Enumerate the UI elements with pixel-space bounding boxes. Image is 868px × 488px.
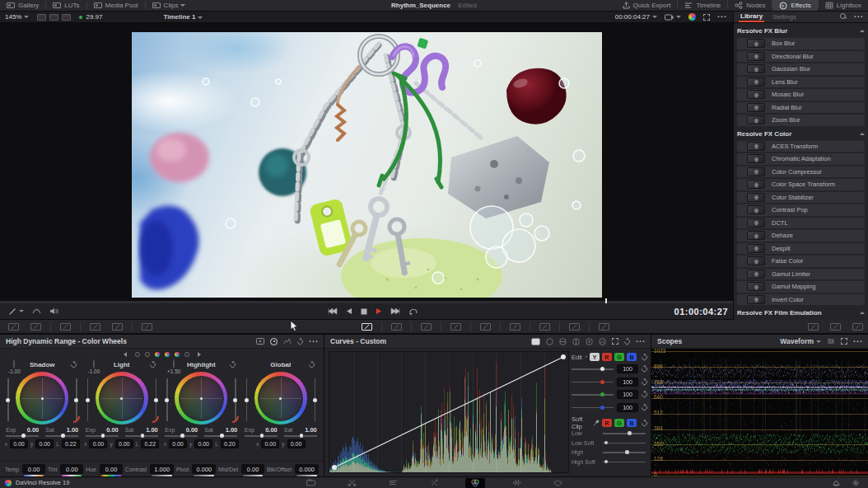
color-wheel[interactable] <box>96 372 148 425</box>
wheel-page-dot[interactable] <box>175 352 180 357</box>
custom-curves-icon[interactable] <box>531 338 540 345</box>
fx-item[interactable]: Color Compressor <box>737 167 865 178</box>
hue-vs-lum-icon[interactable] <box>572 338 580 345</box>
clips-button[interactable]: Clips <box>146 0 193 11</box>
page-fairlight-button[interactable] <box>506 478 526 488</box>
fx-item[interactable]: False Color <box>737 256 865 267</box>
settings-gear-icon[interactable] <box>852 479 860 487</box>
fx-item[interactable]: Mosaic Blur <box>737 89 865 101</box>
tab-settings[interactable]: Settings <box>772 13 796 21</box>
tracker-palette-button[interactable] <box>480 323 491 331</box>
page-cut-button[interactable] <box>342 478 362 488</box>
soft-clip-slider[interactable] <box>603 443 646 444</box>
wheels-prev-icon[interactable] <box>124 352 127 357</box>
expand-icon[interactable] <box>703 14 710 21</box>
y-value[interactable]: 0.00 <box>35 439 54 448</box>
qualifier-palette-button[interactable] <box>421 323 432 331</box>
fx-item[interactable]: Radial Blur <box>737 102 865 114</box>
channel-gain-slider[interactable] <box>572 394 614 396</box>
hue-vs-hue-icon[interactable] <box>546 338 553 345</box>
info-panel-button[interactable] <box>852 323 863 331</box>
soft-clip-slider[interactable] <box>603 433 646 434</box>
histogram-icon[interactable] <box>283 338 292 345</box>
options-icon[interactable] <box>717 16 726 17</box>
page-deliver-button[interactable] <box>548 478 567 488</box>
curve-graph[interactable] <box>329 351 569 473</box>
wheel-page-dot[interactable] <box>145 352 150 357</box>
step-back-button[interactable] <box>346 307 352 315</box>
expand-icon[interactable] <box>612 338 618 345</box>
channel-gain-value[interactable]: 100 <box>617 390 638 399</box>
reset-icon[interactable] <box>641 365 649 373</box>
fx-item[interactable]: Dehaze <box>737 230 865 242</box>
fx-item[interactable]: Chromatic Adaptation <box>737 153 865 165</box>
exposure-slider[interactable] <box>7 378 9 421</box>
fx-item[interactable]: Gamut Limiter <box>737 269 865 280</box>
fx-section-header-blur[interactable]: Resolve FX Blur <box>737 26 865 36</box>
color-viewer-icon[interactable] <box>688 13 696 21</box>
page-edit-button[interactable] <box>383 478 403 488</box>
lum-value[interactable]: 0.22 <box>141 439 159 448</box>
skip-end-button[interactable] <box>390 307 400 315</box>
channel-gain-slider[interactable] <box>572 382 614 383</box>
color-warper-palette-button[interactable] <box>391 323 402 331</box>
channel-button[interactable]: R <box>602 419 612 427</box>
options-icon[interactable] <box>854 16 863 17</box>
audio-mute-button[interactable] <box>49 307 58 315</box>
soft-clip-slider[interactable] <box>603 452 646 453</box>
timeline-selector[interactable]: Timeline 1 <box>0 13 366 21</box>
add-panel-icon[interactable] <box>256 338 264 345</box>
fx-item[interactable]: Gaussian Blur <box>737 63 865 75</box>
x-value[interactable]: 0.00 <box>10 439 28 448</box>
channel-button[interactable]: B <box>627 353 637 361</box>
saturation-slider[interactable] <box>315 378 316 421</box>
fx-item[interactable]: Lens Blur <box>737 77 865 88</box>
options-icon[interactable] <box>309 340 318 342</box>
effects-button[interactable]: fxEffects <box>772 0 817 11</box>
reset-icon[interactable] <box>641 419 649 427</box>
page-media-button[interactable] <box>301 478 320 488</box>
timeline-button[interactable]: Timeline <box>678 0 727 11</box>
search-icon[interactable] <box>840 13 847 21</box>
tab-library[interactable]: Library <box>739 12 764 22</box>
temp-control[interactable]: Temp0.00 <box>5 464 45 474</box>
x-value[interactable]: 0.00 <box>89 439 107 448</box>
page-fusion-button[interactable] <box>424 478 444 488</box>
sizing-palette-button[interactable] <box>599 323 609 331</box>
skip-start-button[interactable] <box>328 307 338 315</box>
channel-gain-value[interactable]: 100 <box>617 364 638 373</box>
options-icon[interactable] <box>636 340 645 342</box>
reset-icon[interactable] <box>641 378 649 386</box>
exp-control[interactable]: Exp0.00 <box>86 426 119 437</box>
fx-item[interactable]: DCTL <box>737 218 865 229</box>
loop-button[interactable] <box>408 307 418 316</box>
rgb-mixer-palette-button[interactable] <box>112 323 123 331</box>
pivot-control[interactable]: Pivot0.000 <box>176 464 216 474</box>
notifications-icon[interactable] <box>833 479 840 487</box>
y-value[interactable]: 0.00 <box>194 439 212 448</box>
color-wheel[interactable] <box>175 372 227 425</box>
scope-settings-icon[interactable] <box>827 338 835 345</box>
reset-panel-icon[interactable] <box>296 337 305 345</box>
hue-control[interactable]: Hue0.00 <box>86 464 123 474</box>
key-palette-button[interactable] <box>569 323 580 331</box>
lum-vs-sat-icon[interactable] <box>586 338 593 345</box>
black-offset-control[interactable]: Blk/Offset0.000 <box>267 464 319 474</box>
options-icon[interactable] <box>853 340 862 342</box>
fx-item[interactable]: Box Blur <box>737 38 865 49</box>
color-wheel[interactable] <box>254 372 307 425</box>
lum-value[interactable]: 0.20 <box>221 439 239 448</box>
fx-item[interactable]: Color Stabilizer <box>737 192 865 204</box>
gallery-button[interactable]: Gallery <box>0 0 45 11</box>
color-wheels-palette-button[interactable] <box>60 323 71 331</box>
power-window-palette-button[interactable] <box>450 323 461 331</box>
fx-item[interactable]: Gamut Mapping <box>737 281 865 293</box>
x-value[interactable]: 0.00 <box>169 439 187 448</box>
sat-control[interactable]: Sat1.00 <box>204 426 237 437</box>
reset-icon[interactable] <box>641 403 649 411</box>
sat-control[interactable]: Sat1.00 <box>45 426 78 437</box>
soft-clip-slider[interactable] <box>603 462 646 463</box>
exposure-slider[interactable] <box>246 378 248 421</box>
zone-control[interactable]: +1.50 <box>167 360 180 374</box>
channel-gain-slider[interactable] <box>572 407 614 409</box>
